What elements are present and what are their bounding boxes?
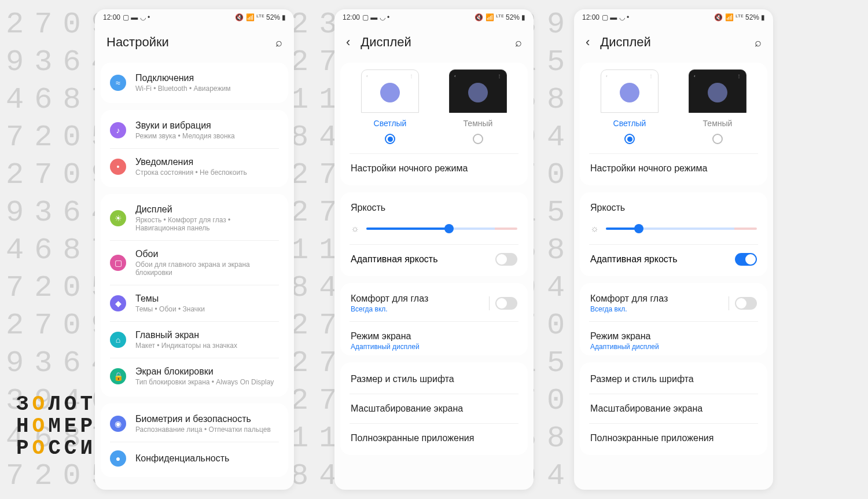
theme-dark-label: Темный [449, 119, 507, 128]
row-subtitle: Обои для главного экрана и экрана блокир… [135, 260, 279, 277]
adaptive-brightness-row[interactable]: Адаптивная яркость [580, 245, 767, 274]
settings-row[interactable]: ▢ Обои Обои для главного экрана и экрана… [101, 241, 288, 285]
brightness-slider-row: ☼ [580, 218, 767, 244]
radio-unchecked-icon[interactable] [473, 134, 483, 144]
status-bar: 12:00 ▢ ▬ ◡ • 🔇 📶 ᴸᵀᴱ52%▮ [334, 9, 534, 25]
screen-display-2: 12:00 ▢ ▬ ◡ • 🔇 📶 ᴸᵀᴱ52%▮ ‹ Дисплей ⌕ ‹⋮… [574, 9, 773, 490]
row-text: Уведомления Строка состояния • Не беспок… [135, 157, 279, 177]
category-icon: ▢ [110, 255, 126, 271]
eye-comfort-label: Комфорт для глаз [590, 293, 729, 304]
brightness-label: Яркость [580, 195, 767, 218]
brightness-slider-row: ☼ [340, 218, 528, 244]
row-text: Темы Темы • Обои • Значки [135, 293, 279, 313]
back-icon[interactable]: ‹ [586, 35, 590, 50]
row-title: Экран блокировки [135, 366, 279, 377]
screen-settings: 12:00 ▢ ▬ ◡ • 🔇 📶 ᴸᵀᴱ52%▮ Настройки ⌕ ≈ … [95, 9, 294, 490]
sun-icon: ☼ [590, 223, 599, 234]
adaptive-brightness-toggle[interactable] [495, 253, 517, 266]
screen-display-1: 12:00 ▢ ▬ ◡ • 🔇 📶 ᴸᵀᴱ52%▮ ‹ Дисплей ⌕ ‹⋮… [334, 9, 534, 490]
settings-row[interactable]: 🔒 Экран блокировки Тип блокировки экрана… [101, 358, 288, 394]
row-subtitle: Режим звука • Мелодия звонка [135, 132, 279, 140]
row-title: Биометрия и безопасность [135, 414, 279, 424]
row-title: Темы [135, 293, 279, 304]
settings-row[interactable]: ● Конфиденциальность [101, 442, 288, 475]
eye-comfort-row[interactable]: Комфорт для глаз Всегда вкл. [580, 285, 767, 321]
category-icon: ● [110, 450, 126, 467]
category-icon: ≈ [110, 75, 126, 91]
screen-zoom-row[interactable]: Масштабирование экрана [580, 394, 767, 423]
theme-light-option[interactable]: ‹⋮ Светлый [361, 69, 419, 144]
radio-checked-icon[interactable] [624, 134, 635, 144]
fullscreen-apps-row[interactable]: Полноэкранные приложения [580, 424, 767, 453]
settings-row[interactable]: ◆ Темы Темы • Обои • Значки [101, 285, 288, 321]
row-title: Конфиденциальность [135, 453, 279, 464]
status-bar: 12:00 ▢ ▬ ◡ • 🔇 📶 ᴸᵀᴱ52%▮ [95, 9, 294, 25]
theme-dark-preview: ‹⋮ [689, 69, 746, 113]
adaptive-brightness-toggle[interactable] [735, 253, 757, 266]
row-subtitle: Яркость • Комфорт для глаз • Навигационн… [135, 216, 279, 232]
row-title: Дисплей [135, 204, 279, 215]
page-title: Настройки [106, 35, 265, 50]
search-icon[interactable]: ⌕ [275, 36, 282, 49]
screen-mode-row[interactable]: Режим экрана Адаптивный дисплей [340, 322, 528, 353]
radio-unchecked-icon[interactable] [712, 134, 723, 144]
brightness-slider[interactable] [366, 228, 517, 230]
page-title: Дисплей [600, 35, 744, 50]
row-subtitle: Wi-Fi • Bluetooth • Авиарежим [135, 85, 279, 93]
header: ‹ Дисплей ⌕ [334, 25, 534, 63]
category-icon: ◉ [110, 416, 126, 432]
night-mode-settings-row[interactable]: Настройки ночного режима [340, 154, 528, 183]
search-icon[interactable]: ⌕ [755, 36, 762, 49]
settings-row[interactable]: ≈ Подключения Wi-Fi • Bluetooth • Авиаре… [101, 65, 288, 101]
category-icon: 🔒 [110, 368, 126, 384]
header: ‹ Дисплей ⌕ [574, 25, 773, 63]
screen-zoom-row[interactable]: Масштабирование экрана [340, 394, 528, 423]
night-mode-settings-row[interactable]: Настройки ночного режима [580, 154, 767, 183]
row-subtitle: Распознавание лица • Отпечатки пальцев [135, 425, 279, 434]
radio-checked-icon[interactable] [385, 134, 395, 144]
search-icon[interactable]: ⌕ [515, 36, 522, 49]
row-title: Уведомления [135, 157, 279, 167]
settings-row[interactable]: ⌂ Главный экран Макет • Индикаторы на зн… [101, 322, 288, 358]
theme-light-label: Светлый [361, 119, 419, 128]
row-subtitle: Тип блокировки экрана • Always On Displa… [135, 378, 279, 386]
category-icon: ◆ [110, 295, 126, 311]
status-bar: 12:00 ▢ ▬ ◡ • 🔇 📶 ᴸᵀᴱ52%▮ [574, 9, 773, 25]
theme-light-preview: ‹⋮ [361, 69, 419, 113]
theme-selector: ‹⋮ Светлый ‹⋮ Темный [340, 65, 528, 153]
font-size-row[interactable]: Размер и стиль шрифта [340, 365, 528, 394]
font-size-row[interactable]: Размер и стиль шрифта [580, 365, 767, 394]
eye-comfort-row[interactable]: Комфорт для глаз Всегда вкл. [340, 285, 528, 321]
theme-light-option[interactable]: ‹⋮ Светлый [601, 69, 659, 144]
theme-light-preview: ‹⋮ [601, 69, 659, 113]
row-text: Биометрия и безопасность Распознавание л… [135, 414, 279, 434]
page-title: Дисплей [361, 35, 505, 50]
settings-row[interactable]: ♪ Звуки и вибрация Режим звука • Мелодия… [101, 112, 288, 148]
screen-mode-sub: Адаптивный дисплей [351, 343, 517, 351]
adaptive-brightness-row[interactable]: Адаптивная яркость [340, 245, 528, 274]
theme-light-label: Светлый [601, 119, 659, 128]
row-text: Дисплей Яркость • Комфорт для глаз • Нав… [135, 204, 279, 232]
theme-dark-option[interactable]: ‹⋮ Темный [449, 69, 507, 144]
screen-mode-row[interactable]: Режим экрана Адаптивный дисплей [580, 322, 767, 353]
row-title: Главный экран [135, 330, 279, 340]
eye-comfort-toggle[interactable] [495, 297, 517, 310]
settings-row[interactable]: ◉ Биометрия и безопасность Распознавание… [101, 406, 288, 442]
eye-comfort-sub: Всегда вкл. [590, 305, 729, 313]
theme-dark-option[interactable]: ‹⋮ Темный [689, 69, 746, 144]
row-text: Звуки и вибрация Режим звука • Мелодия з… [135, 120, 279, 140]
settings-row[interactable]: ☀ Дисплей Яркость • Комфорт для глаз • Н… [101, 196, 288, 240]
sun-icon: ☼ [351, 223, 359, 234]
row-title: Подключения [135, 73, 279, 83]
header: Настройки ⌕ [95, 25, 294, 63]
category-icon: ⌂ [110, 332, 126, 348]
eye-comfort-sub: Всегда вкл. [351, 305, 489, 313]
row-title: Обои [135, 249, 279, 259]
back-icon[interactable]: ‹ [346, 35, 350, 50]
theme-selector: ‹⋮ Светлый ‹⋮ Темный [580, 65, 767, 153]
fullscreen-apps-row[interactable]: Полноэкранные приложения [340, 424, 528, 453]
row-text: Экран блокировки Тип блокировки экрана •… [135, 366, 279, 386]
eye-comfort-toggle[interactable] [735, 297, 757, 310]
settings-row[interactable]: • Уведомления Строка состояния • Не бесп… [101, 149, 288, 185]
brightness-slider[interactable] [606, 228, 757, 230]
